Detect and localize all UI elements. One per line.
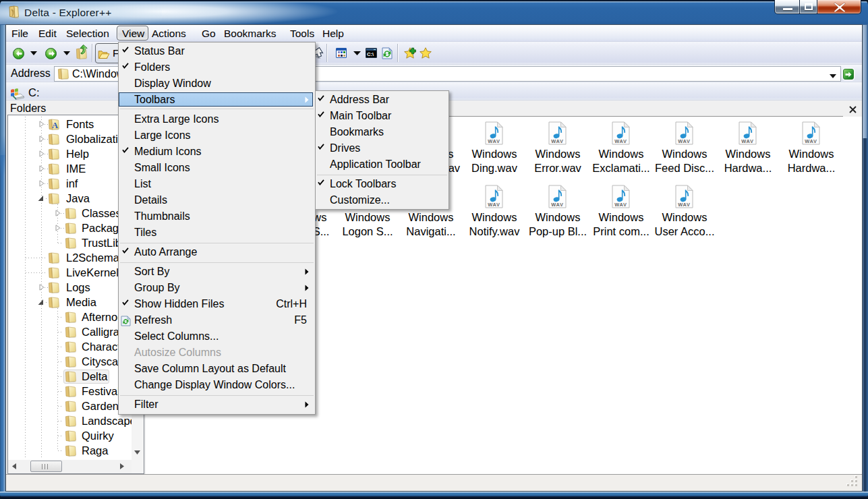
svg-text:WAV: WAV <box>678 138 690 144</box>
svg-text:A: A <box>52 121 58 130</box>
svg-text:WAV: WAV <box>741 138 753 144</box>
svg-text:WAV: WAV <box>488 202 500 208</box>
svg-text:WAV: WAV <box>551 138 563 144</box>
svg-text:WAV: WAV <box>678 202 690 208</box>
svg-text:WAV: WAV <box>488 138 500 144</box>
svg-text:WAV: WAV <box>551 202 563 208</box>
svg-text:WAV: WAV <box>614 202 627 208</box>
svg-text:WAV: WAV <box>614 138 627 144</box>
svg-text:WAV: WAV <box>805 138 817 144</box>
